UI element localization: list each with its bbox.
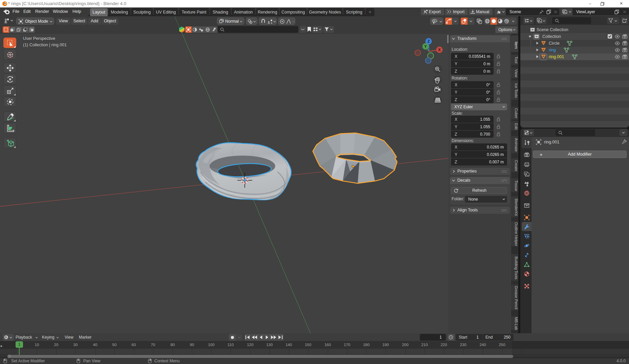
svg-text:Z: Z [428,39,430,43]
svg-text:Y: Y [424,44,427,48]
svg-text:X: X [438,48,441,52]
